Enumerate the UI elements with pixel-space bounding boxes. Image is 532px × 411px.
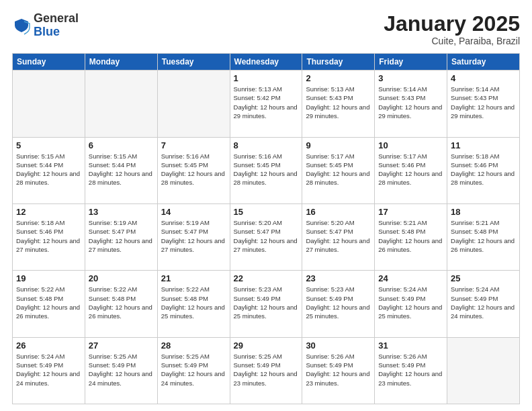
day-number: 4 bbox=[451, 73, 516, 83]
day-info: Sunrise: 5:15 AMSunset: 5:44 PMDaylight:… bbox=[16, 152, 81, 187]
calendar-day-cell: 27Sunrise: 5:25 AMSunset: 5:49 PMDayligh… bbox=[85, 337, 157, 404]
calendar-day-cell: 26Sunrise: 5:24 AMSunset: 5:49 PMDayligh… bbox=[13, 337, 85, 404]
calendar-day-cell: 3Sunrise: 5:14 AMSunset: 5:43 PMDaylight… bbox=[375, 71, 447, 137]
day-info: Sunrise: 5:17 AMSunset: 5:46 PMDaylight:… bbox=[378, 152, 443, 187]
calendar-day-cell: 17Sunrise: 5:21 AMSunset: 5:48 PMDayligh… bbox=[375, 203, 447, 270]
day-number: 11 bbox=[451, 140, 516, 150]
calendar-day-cell: 15Sunrise: 5:20 AMSunset: 5:47 PMDayligh… bbox=[230, 203, 302, 270]
day-number: 10 bbox=[378, 140, 443, 150]
calendar-day-cell: 11Sunrise: 5:18 AMSunset: 5:46 PMDayligh… bbox=[447, 137, 520, 203]
day-info: Sunrise: 5:13 AMSunset: 5:42 PMDaylight:… bbox=[234, 85, 299, 120]
calendar-day-cell: 6Sunrise: 5:15 AMSunset: 5:44 PMDaylight… bbox=[85, 137, 157, 203]
day-number: 23 bbox=[306, 273, 371, 283]
day-info: Sunrise: 5:20 AMSunset: 5:47 PMDaylight:… bbox=[234, 218, 299, 254]
day-number: 27 bbox=[89, 340, 154, 351]
day-info: Sunrise: 5:15 AMSunset: 5:44 PMDaylight:… bbox=[89, 152, 154, 187]
day-number: 19 bbox=[16, 273, 81, 283]
day-number: 30 bbox=[306, 340, 371, 351]
day-number: 3 bbox=[378, 73, 443, 83]
month-title: January 2025 bbox=[384, 12, 520, 36]
subtitle: Cuite, Paraiba, Brazil bbox=[384, 36, 520, 46]
calendar-day-cell: 5Sunrise: 5:15 AMSunset: 5:44 PMDaylight… bbox=[13, 137, 85, 203]
day-number: 2 bbox=[306, 73, 371, 83]
day-info: Sunrise: 5:17 AMSunset: 5:45 PMDaylight:… bbox=[306, 152, 371, 187]
calendar-day-cell: 16Sunrise: 5:20 AMSunset: 5:47 PMDayligh… bbox=[302, 203, 375, 270]
day-info: Sunrise: 5:16 AMSunset: 5:45 PMDaylight:… bbox=[234, 152, 299, 187]
day-info: Sunrise: 5:21 AMSunset: 5:48 PMDaylight:… bbox=[451, 218, 516, 254]
day-info: Sunrise: 5:18 AMSunset: 5:46 PMDaylight:… bbox=[16, 218, 81, 254]
day-number: 15 bbox=[234, 207, 299, 217]
day-info: Sunrise: 5:20 AMSunset: 5:47 PMDaylight:… bbox=[306, 218, 371, 254]
day-info: Sunrise: 5:19 AMSunset: 5:47 PMDaylight:… bbox=[161, 218, 226, 254]
calendar-day-cell bbox=[85, 71, 157, 137]
day-info: Sunrise: 5:14 AMSunset: 5:43 PMDaylight:… bbox=[451, 85, 516, 120]
day-info: Sunrise: 5:25 AMSunset: 5:49 PMDaylight:… bbox=[234, 352, 299, 387]
day-number: 26 bbox=[16, 340, 81, 351]
calendar-day-cell: 23Sunrise: 5:23 AMSunset: 5:49 PMDayligh… bbox=[302, 271, 375, 337]
day-number: 21 bbox=[161, 273, 226, 283]
day-number: 14 bbox=[161, 207, 226, 217]
calendar-day-cell: 1Sunrise: 5:13 AMSunset: 5:42 PMDaylight… bbox=[230, 71, 302, 137]
calendar-week-row: 26Sunrise: 5:24 AMSunset: 5:49 PMDayligh… bbox=[13, 337, 520, 404]
calendar-week-row: 19Sunrise: 5:22 AMSunset: 5:48 PMDayligh… bbox=[13, 271, 520, 337]
calendar-day-cell: 7Sunrise: 5:16 AMSunset: 5:45 PMDaylight… bbox=[157, 137, 230, 203]
calendar-day-cell: 28Sunrise: 5:25 AMSunset: 5:49 PMDayligh… bbox=[157, 337, 230, 404]
day-number: 6 bbox=[89, 140, 154, 150]
day-info: Sunrise: 5:25 AMSunset: 5:49 PMDaylight:… bbox=[161, 352, 226, 387]
day-info: Sunrise: 5:21 AMSunset: 5:48 PMDaylight:… bbox=[378, 218, 443, 254]
day-info: Sunrise: 5:23 AMSunset: 5:49 PMDaylight:… bbox=[306, 285, 371, 320]
day-info: Sunrise: 5:25 AMSunset: 5:49 PMDaylight:… bbox=[89, 352, 154, 387]
logo-text: General Blue bbox=[34, 12, 79, 39]
day-info: Sunrise: 5:13 AMSunset: 5:43 PMDaylight:… bbox=[306, 85, 371, 120]
day-number: 7 bbox=[161, 140, 226, 150]
day-info: Sunrise: 5:26 AMSunset: 5:49 PMDaylight:… bbox=[378, 352, 443, 387]
day-info: Sunrise: 5:22 AMSunset: 5:48 PMDaylight:… bbox=[89, 285, 154, 320]
day-number: 31 bbox=[378, 340, 443, 351]
day-info: Sunrise: 5:23 AMSunset: 5:49 PMDaylight:… bbox=[234, 285, 299, 320]
day-number: 9 bbox=[306, 140, 371, 150]
day-info: Sunrise: 5:26 AMSunset: 5:49 PMDaylight:… bbox=[306, 352, 371, 387]
day-info: Sunrise: 5:22 AMSunset: 5:48 PMDaylight:… bbox=[16, 285, 81, 320]
calendar-day-cell: 2Sunrise: 5:13 AMSunset: 5:43 PMDaylight… bbox=[302, 71, 375, 137]
day-number: 22 bbox=[234, 273, 299, 283]
day-number: 20 bbox=[89, 273, 154, 283]
title-block: January 2025 Cuite, Paraiba, Brazil bbox=[384, 12, 520, 46]
calendar-day-cell: 8Sunrise: 5:16 AMSunset: 5:45 PMDaylight… bbox=[230, 137, 302, 203]
calendar-week-row: 12Sunrise: 5:18 AMSunset: 5:46 PMDayligh… bbox=[13, 203, 520, 270]
calendar-day-cell: 24Sunrise: 5:24 AMSunset: 5:49 PMDayligh… bbox=[375, 271, 447, 337]
calendar-day-cell: 30Sunrise: 5:26 AMSunset: 5:49 PMDayligh… bbox=[302, 337, 375, 404]
logo-icon bbox=[12, 16, 31, 35]
day-number: 5 bbox=[16, 140, 81, 150]
day-number: 18 bbox=[451, 207, 516, 217]
calendar-day-cell bbox=[13, 71, 85, 137]
calendar-day-cell: 19Sunrise: 5:22 AMSunset: 5:48 PMDayligh… bbox=[13, 271, 85, 337]
logo-blue: Blue bbox=[34, 25, 60, 38]
day-of-week-header: Sunday bbox=[13, 54, 85, 71]
calendar-day-cell: 31Sunrise: 5:26 AMSunset: 5:49 PMDayligh… bbox=[375, 337, 447, 404]
day-info: Sunrise: 5:16 AMSunset: 5:45 PMDaylight:… bbox=[161, 152, 226, 187]
day-of-week-header: Wednesday bbox=[230, 54, 302, 71]
calendar-week-row: 5Sunrise: 5:15 AMSunset: 5:44 PMDaylight… bbox=[13, 137, 520, 203]
page: General Blue January 2025 Cuite, Paraiba… bbox=[0, 0, 532, 411]
day-number: 24 bbox=[378, 273, 443, 283]
day-number: 12 bbox=[16, 207, 81, 217]
logo-general: General bbox=[34, 11, 79, 25]
day-number: 16 bbox=[306, 207, 371, 217]
day-of-week-header: Thursday bbox=[302, 54, 375, 71]
day-info: Sunrise: 5:24 AMSunset: 5:49 PMDaylight:… bbox=[451, 285, 516, 320]
day-of-week-header: Tuesday bbox=[157, 54, 230, 71]
calendar-day-cell: 25Sunrise: 5:24 AMSunset: 5:49 PMDayligh… bbox=[447, 271, 520, 337]
calendar-day-cell: 21Sunrise: 5:22 AMSunset: 5:48 PMDayligh… bbox=[157, 271, 230, 337]
calendar-day-cell bbox=[157, 71, 230, 137]
calendar-day-cell: 10Sunrise: 5:17 AMSunset: 5:46 PMDayligh… bbox=[375, 137, 447, 203]
day-number: 13 bbox=[89, 207, 154, 217]
day-info: Sunrise: 5:22 AMSunset: 5:48 PMDaylight:… bbox=[161, 285, 226, 320]
calendar-day-cell: 9Sunrise: 5:17 AMSunset: 5:45 PMDaylight… bbox=[302, 137, 375, 203]
day-number: 25 bbox=[451, 273, 516, 283]
day-info: Sunrise: 5:19 AMSunset: 5:47 PMDaylight:… bbox=[89, 218, 154, 254]
calendar-week-row: 1Sunrise: 5:13 AMSunset: 5:42 PMDaylight… bbox=[13, 71, 520, 137]
day-number: 29 bbox=[234, 340, 299, 351]
day-of-week-header: Monday bbox=[85, 54, 157, 71]
calendar-day-cell bbox=[447, 337, 520, 404]
calendar-day-cell: 29Sunrise: 5:25 AMSunset: 5:49 PMDayligh… bbox=[230, 337, 302, 404]
